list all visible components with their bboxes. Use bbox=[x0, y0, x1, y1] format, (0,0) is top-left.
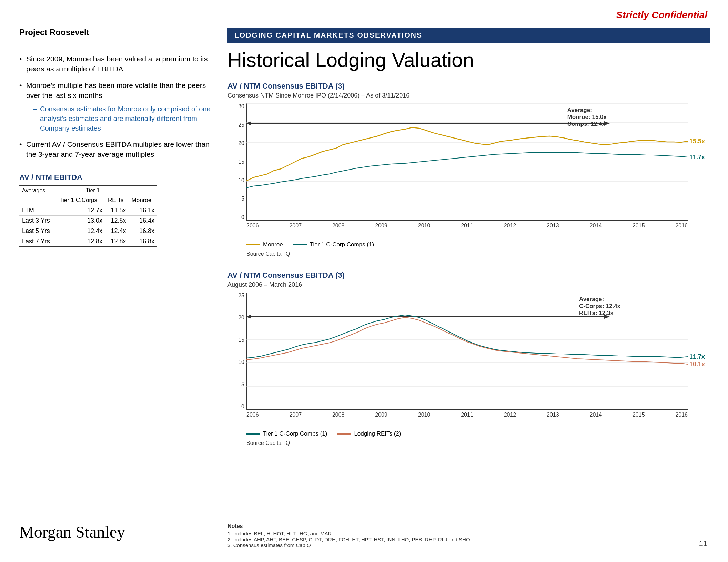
page-number: 11 bbox=[699, 539, 707, 548]
left-panel: Project Roosevelt Since 2009, Monroe has… bbox=[19, 28, 212, 247]
col-header-tier1: Tier 1 bbox=[57, 186, 129, 195]
chart2-end-label-ccorps: 11.7x bbox=[689, 353, 705, 360]
chart1-x-labels: 2006 2007 2008 2009 2010 2011 2012 2013 … bbox=[246, 223, 688, 229]
chart1-end-label-comps: 11.7x bbox=[689, 154, 705, 161]
chart1-avg-label: Average: Monroe: 15.0x Comps: 12.4x bbox=[567, 107, 607, 127]
chart1-wrapper: 15.5x 11.7x Average: Monroe: 15.0x Comps… bbox=[246, 103, 682, 229]
right-panel: LODGING CAPITAL MARKETS OBSERVATIONS His… bbox=[228, 28, 710, 460]
chart2-x-labels: 2006 2007 2008 2009 2010 2011 2012 2013 … bbox=[246, 412, 688, 418]
av-ntm-table: Averages Tier 1 Tier 1 C.Corps REITs Mon… bbox=[19, 185, 157, 247]
row-ltm-monroe: 16.1x bbox=[129, 205, 157, 216]
legend-line-ccorps bbox=[246, 433, 260, 435]
legend-line-reits bbox=[337, 433, 351, 435]
chart1-svg bbox=[246, 103, 688, 221]
panel-divider bbox=[221, 28, 221, 544]
legend-item-comps: Tier 1 C-Corp Comps (1) bbox=[293, 241, 374, 248]
confidential-label: Strictly Confidential bbox=[616, 10, 707, 21]
chart2-wrapper: 11.7x 10.1x Average: C-Corps: 12.4x REIT… bbox=[246, 293, 682, 418]
legend-line-comps bbox=[293, 244, 307, 245]
row-5yr-ccorps: 12.4x bbox=[57, 226, 105, 236]
row-5yr-label: Last 5 Yrs bbox=[19, 226, 57, 236]
note-3: 3. Consensus estimates from CapIQ bbox=[228, 542, 703, 548]
chart2-svg bbox=[246, 293, 688, 410]
chart1-section: AV / NTM Consensus EBITDA (3) Consensus … bbox=[228, 82, 710, 257]
bullet-3: Current AV / Consensus EBITDA multiples … bbox=[19, 139, 212, 160]
row-7yr-reits: 12.8x bbox=[105, 236, 129, 247]
notes-section: Notes 1. Includes BEL, H, HOT, HLT, IHG,… bbox=[228, 523, 703, 548]
chart1-title: AV / NTM Consensus EBITDA (3) bbox=[228, 82, 710, 91]
chart2-end-label-reits: 10.1x bbox=[689, 361, 705, 368]
project-title: Project Roosevelt bbox=[19, 28, 212, 37]
row-3yr-ccorps: 13.0x bbox=[57, 216, 105, 226]
table-section: AV / NTM EBITDA Averages Tier 1 Tier 1 C… bbox=[19, 173, 212, 247]
chart1-end-label-monroe: 15.5x bbox=[689, 138, 705, 145]
row-5yr-monroe: 16.8x bbox=[129, 226, 157, 236]
notes-title: Notes bbox=[228, 523, 703, 529]
chart2-title: AV / NTM Consensus EBITDA (3) bbox=[228, 271, 710, 280]
chart1-y-labels: 30 25 20 15 10 5 0 bbox=[229, 103, 244, 221]
row-3yr-monroe: 16.4x bbox=[129, 216, 157, 226]
chart2-source: Source Capital IQ bbox=[246, 440, 682, 446]
chart1-source: Source Capital IQ bbox=[246, 251, 682, 257]
table-row: Last 7 Yrs 12.8x 12.8x 16.8x bbox=[19, 236, 157, 247]
chart2-y-labels: 25 20 15 10 5 0 bbox=[229, 293, 244, 410]
legend-item-ccorps: Tier 1 C-Corp Comps (1) bbox=[246, 430, 327, 437]
chart2-section: AV / NTM Consensus EBITDA (3) August 200… bbox=[228, 271, 710, 446]
sub-bullet-list: Consensus estimates for Monroe only comp… bbox=[26, 104, 212, 133]
row-5yr-reits: 12.4x bbox=[105, 226, 129, 236]
chart2-legend: Tier 1 C-Corp Comps (1) Lodging REITs (2… bbox=[246, 430, 682, 437]
chart2-subtitle: August 2006 – March 2016 bbox=[228, 281, 710, 288]
row-7yr-ccorps: 12.8x bbox=[57, 236, 105, 247]
col-monroe-header bbox=[129, 186, 157, 195]
page-title: Historical Lodging Valuation bbox=[228, 48, 710, 71]
bullet-1: Since 2009, Monroe has been valued at a … bbox=[19, 54, 212, 74]
col-ccorps: Tier 1 C.Corps bbox=[57, 195, 105, 205]
row-3yr-label: Last 3 Yrs bbox=[19, 216, 57, 226]
chart1-legend: Monroe Tier 1 C-Corp Comps (1) bbox=[246, 241, 682, 248]
morgan-stanley-logo: Morgan Stanley bbox=[19, 522, 125, 541]
col-averages: Averages bbox=[19, 186, 57, 195]
legend-line-monroe bbox=[246, 244, 260, 245]
legend-item-reits: Lodging REITs (2) bbox=[337, 430, 401, 437]
note-1: 1. Includes BEL, H, HOT, HLT, IHG, and M… bbox=[228, 531, 703, 537]
note-2: 2. Includes AHP, AHT, BEE, CHSP, CLDT, D… bbox=[228, 537, 703, 542]
row-7yr-label: Last 7 Yrs bbox=[19, 236, 57, 247]
chart2-avg-label: Average: C-Corps: 12.4x REITs: 12.3x bbox=[579, 296, 620, 317]
bullet-2: Monroe's multiple has been more volatile… bbox=[19, 80, 212, 133]
table-row: LTM 12.7x 11.5x 16.1x bbox=[19, 205, 157, 216]
row-7yr-monroe: 16.8x bbox=[129, 236, 157, 247]
table-row: Last 5 Yrs 12.4x 12.4x 16.8x bbox=[19, 226, 157, 236]
bullet-list: Since 2009, Monroe has been valued at a … bbox=[19, 54, 212, 159]
col-monroe: Monroe bbox=[129, 195, 157, 205]
row-3yr-reits: 12.5x bbox=[105, 216, 129, 226]
sub-bullet-1: Consensus estimates for Monroe only comp… bbox=[33, 104, 212, 133]
row-ltm-label: LTM bbox=[19, 205, 57, 216]
table-row: Last 3 Yrs 13.0x 12.5x 16.4x bbox=[19, 216, 157, 226]
row-ltm-reits: 11.5x bbox=[105, 205, 129, 216]
chart1-subtitle: Consensus NTM Since Monroe IPO (2/14/200… bbox=[228, 92, 710, 99]
row-ltm-ccorps: 12.7x bbox=[57, 205, 105, 216]
col-averages-2 bbox=[19, 195, 57, 205]
col-reits: REITs bbox=[105, 195, 129, 205]
legend-item-monroe: Monroe bbox=[246, 241, 283, 248]
table-title: AV / NTM EBITDA bbox=[19, 173, 212, 182]
section-header-bar: LODGING CAPITAL MARKETS OBSERVATIONS bbox=[228, 28, 710, 43]
